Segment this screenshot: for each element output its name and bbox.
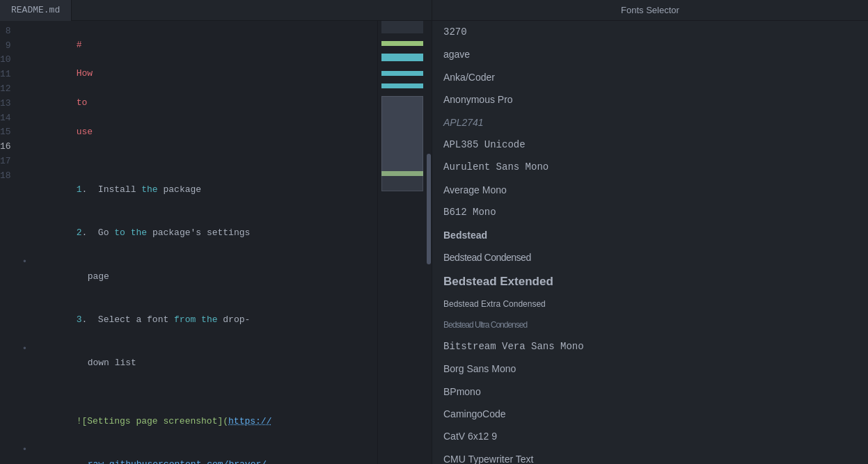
line-num-12: 12 [0,81,17,96]
line-14b-content: raw.githubusercontent.com/braver/ [33,443,377,464]
line-11b-content: page [33,255,377,298]
code-line-9 [17,154,377,168]
line-num-18: 18 [0,168,17,183]
fonts-list[interactable]: 3270 agave Anka/Coder Anonymous Pro APL2… [432,21,868,464]
font-item-bedstead-ultra-condensed[interactable]: Bedstead Ultra Condensed [432,315,868,335]
vertical-scrollbar[interactable] [426,21,432,464]
font-item-b612[interactable]: B612 Mono [432,201,868,223]
fonts-header: Fonts Selector [432,0,868,21]
code-line-10: 1. Install the package [17,168,377,211]
scrollbar-thumb[interactable] [427,154,431,264]
line-num-14: 14 [0,111,17,125]
code-line-11b: • page [17,255,377,298]
line-12-content: 3. Select a font from the drop- [22,298,377,342]
heading-space [77,54,82,65]
font-item-apl2741[interactable]: APL2741 [432,111,868,134]
font-item-bedstead-condensed[interactable]: Bedstead Condensed [432,246,868,269]
editor-panel: README.md 8 9 10 11 12 13 14 15 16 17 18… [0,0,432,464]
line-14-content: ![Settings page screenshot](https:// [22,400,377,443]
heading-text: How [77,68,93,79]
line-8-content: # How to use [22,24,377,154]
line-10-content: 1. Install the package [22,168,377,211]
font-item-bedstead[interactable]: Bedstead [432,224,868,246]
code-line-8: # How to use [17,24,377,154]
font-item-catv[interactable]: CatV 6x12 9 [432,425,868,447]
line-num-10: 10 [0,53,17,67]
minimap-image [381,21,423,271]
bullet-14b: • [22,443,28,458]
font-item-bitstream[interactable]: Bitstream Vera Sans Mono [432,335,868,358]
heading-sp2 [77,83,82,93]
line-numbers: 8 9 10 11 12 13 14 15 16 17 18 [0,21,17,464]
minimap-content [381,21,423,271]
code-line-14b: • raw.githubusercontent.com/braver/ [17,443,377,464]
line-num-11: 11 [0,67,17,81]
line-num-17: 17 [0,154,17,168]
line-13-content [22,385,377,400]
line-num-9: 9 [0,38,17,53]
line-num-16: 16 [0,139,17,154]
code-line-12b: • down list [17,342,377,385]
heading-use: use [77,127,93,137]
font-item-anonymous-pro[interactable]: Anonymous Pro [432,88,868,111]
font-item-average-mono[interactable]: Average Mono [432,179,868,201]
font-item-bedstead-extended[interactable]: Bedstead Extended [432,269,868,294]
font-item-agave[interactable]: agave [432,43,868,65]
tab-bar: README.md [0,0,432,21]
font-item-camingo[interactable]: CamingoCode [432,403,868,425]
font-item-aurulent[interactable]: Aurulent Sans Mono [432,156,868,178]
line-11-content: 2. Go to the package's settings [22,211,377,255]
fonts-panel: Fonts Selector 3270 agave Anka/Coder Ano… [432,0,868,464]
minimap-highlight [381,96,423,191]
line-num-15: 15 [0,125,17,140]
code-line-13 [17,385,377,400]
font-item-apl385[interactable]: APL385 Unicode [432,134,868,156]
code-line-11: 2. Go to the package's settings [17,211,377,255]
line-12b-content: down list [33,342,377,385]
heading-sp3 [77,112,82,122]
bullet-12: • [22,342,28,357]
line-num-13: 13 [0,96,17,111]
code-area[interactable]: # How to use 1. Install the package [17,21,377,464]
font-item-anka-coder[interactable]: Anka/Coder [432,66,868,88]
line-9-content [22,154,377,168]
heading-to: to [77,97,88,108]
code-line-14: ![Settings page screenshot](https:// [17,400,377,443]
font-item-bedstead-extra-condensed[interactable]: Bedstead Extra Condensed [432,294,868,314]
readme-tab[interactable]: README.md [0,0,72,21]
fonts-header-label: Fonts Selector [621,5,679,15]
font-item-bpmono[interactable]: BPmono [432,381,868,403]
minimap[interactable] [377,21,426,464]
code-line-12: 3. Select a font from the drop- [17,298,377,342]
font-item-borg[interactable]: Borg Sans Mono [432,358,868,380]
heading-hash: # [77,40,82,50]
bullet-11: • [22,255,28,270]
font-item-3270[interactable]: 3270 [432,21,868,43]
font-item-cmu[interactable]: CMU Typewriter Text [432,448,868,464]
line-num-8: 8 [0,24,17,38]
